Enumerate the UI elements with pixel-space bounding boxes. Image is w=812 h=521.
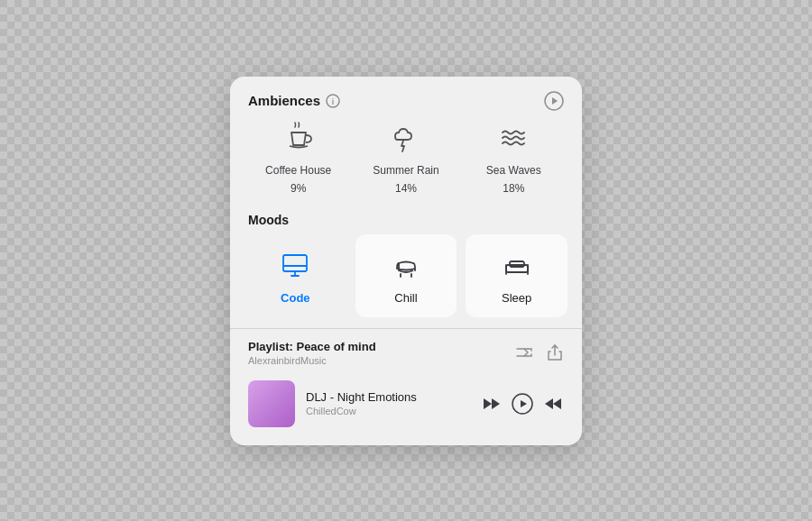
svg-marker-3 xyxy=(552,97,558,105)
svg-marker-17 xyxy=(545,398,553,409)
coffee-house-pct: 9% xyxy=(291,182,306,195)
widget-header: Ambiences i xyxy=(230,77,582,122)
play-button[interactable] xyxy=(512,393,533,415)
ambience-item-coffee-house[interactable]: Coffee House 9% xyxy=(245,122,352,195)
player-controls xyxy=(481,393,564,415)
album-art xyxy=(248,380,295,427)
rewind-button[interactable] xyxy=(481,393,503,415)
track-title: DLJ - Night Emotions xyxy=(306,390,470,404)
chill-label: Chill xyxy=(394,291,417,305)
mood-item-chill[interactable]: Chill xyxy=(355,234,457,317)
track-artist: ChilledCow xyxy=(306,406,470,416)
playlist-info: Playlist: Peace of mind AlexrainbirdMusi… xyxy=(248,340,376,366)
info-icon[interactable]: i xyxy=(326,94,340,108)
code-icon xyxy=(281,251,309,284)
ambiences-section: Coffee House 9% Summer Rain 14% xyxy=(230,122,582,202)
playlist-section: Playlist: Peace of mind AlexrainbirdMusi… xyxy=(230,329,582,373)
svg-text:i: i xyxy=(332,97,335,106)
header-left: Ambiences i xyxy=(248,93,340,108)
sea-waves-icon xyxy=(497,122,530,159)
fast-forward-button[interactable] xyxy=(542,393,564,415)
track-info: DLJ - Night Emotions ChilledCow xyxy=(306,390,470,416)
shuffle-icon[interactable] xyxy=(515,343,533,361)
ambience-item-summer-rain[interactable]: Summer Rain 14% xyxy=(352,122,459,195)
code-label: Code xyxy=(281,291,310,305)
sleep-label: Sleep xyxy=(502,291,531,305)
playlist-author: AlexrainbirdMusic xyxy=(248,355,376,366)
widget-container: Ambiences i xyxy=(230,77,582,445)
coffee-house-name: Coffee House xyxy=(265,164,331,177)
playlist-title: Playlist: Peace of mind xyxy=(248,340,376,353)
sea-waves-pct: 18% xyxy=(503,182,524,195)
svg-rect-4 xyxy=(283,255,307,271)
svg-marker-18 xyxy=(553,398,561,409)
svg-marker-14 xyxy=(492,398,500,409)
mood-item-code[interactable]: Code xyxy=(245,234,346,317)
widget-title: Ambiences xyxy=(248,93,320,108)
sea-waves-name: Sea Waves xyxy=(486,164,541,177)
coffee-house-icon xyxy=(282,122,315,159)
chill-icon xyxy=(392,251,420,284)
svg-marker-13 xyxy=(484,398,492,409)
summer-rain-pct: 14% xyxy=(395,182,417,195)
moods-section: Code Chill xyxy=(230,234,582,328)
ambiences-grid: Coffee House 9% Summer Rain 14% xyxy=(245,122,567,195)
moods-label: Moods xyxy=(230,202,582,234)
sleep-icon xyxy=(503,251,531,284)
summer-rain-name: Summer Rain xyxy=(373,164,438,177)
expand-icon[interactable] xyxy=(544,91,564,111)
now-playing: DLJ - Night Emotions ChilledCow xyxy=(230,373,582,445)
share-icon[interactable] xyxy=(546,343,564,361)
playlist-actions xyxy=(515,343,564,361)
svg-marker-16 xyxy=(521,400,527,407)
ambience-item-sea-waves[interactable]: Sea Waves 18% xyxy=(460,122,567,195)
moods-grid: Code Chill xyxy=(245,234,567,317)
svg-rect-10 xyxy=(510,261,524,267)
mood-item-sleep[interactable]: Sleep xyxy=(466,234,567,317)
summer-rain-icon xyxy=(390,122,422,159)
